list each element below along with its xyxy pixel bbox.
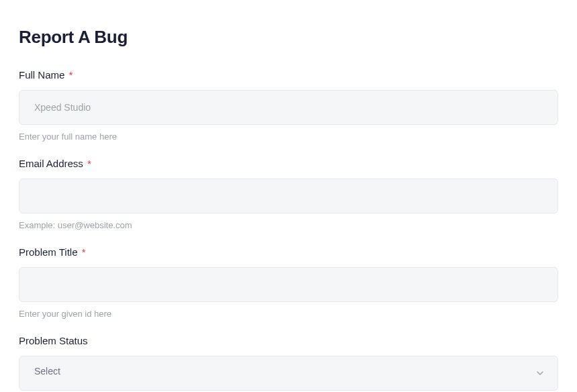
- field-group-problem-status: Problem Status Select: [19, 335, 558, 391]
- required-mark: *: [87, 158, 91, 169]
- required-mark: *: [69, 69, 73, 81]
- problem-title-label: Problem Title *: [19, 246, 558, 258]
- full-name-input[interactable]: [19, 90, 558, 125]
- email-label: Email Address *: [19, 158, 558, 169]
- email-help: Example: user@website.com: [19, 220, 558, 230]
- problem-title-help: Enter your given id here: [19, 309, 558, 319]
- email-label-text: Email Address: [19, 158, 83, 169]
- page-title: Report A Bug: [19, 27, 558, 48]
- email-input[interactable]: [19, 179, 558, 213]
- problem-status-select[interactable]: Select: [19, 356, 558, 391]
- field-group-full-name: Full Name * Enter your full name here: [19, 69, 558, 142]
- field-group-email: Email Address * Example: user@website.co…: [19, 158, 558, 230]
- problem-title-input[interactable]: [19, 267, 558, 302]
- full-name-label-text: Full Name: [19, 69, 64, 81]
- full-name-label: Full Name *: [19, 69, 558, 81]
- full-name-help: Enter your full name here: [19, 132, 558, 142]
- required-mark: *: [82, 246, 86, 258]
- problem-status-label-text: Problem Status: [19, 335, 88, 346]
- problem-status-label: Problem Status: [19, 335, 558, 346]
- select-wrapper: Select: [19, 356, 558, 391]
- field-group-problem-title: Problem Title * Enter your given id here: [19, 246, 558, 319]
- problem-title-label-text: Problem Title: [19, 246, 78, 258]
